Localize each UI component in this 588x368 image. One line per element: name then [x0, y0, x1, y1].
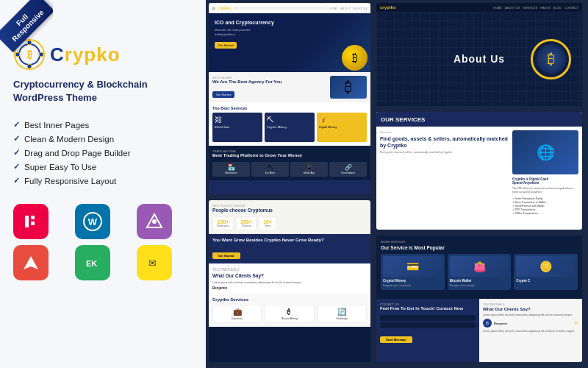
- svg-point-5: [27, 64, 32, 68]
- screenshots-grid: cryptko HOME ABOUT SERVICES ICO and Cryp…: [206, 0, 588, 368]
- avada-icon: [13, 245, 49, 280]
- services-screenshot: OUR SERVICES Services Find goods, assets…: [376, 112, 582, 230]
- about-us-title: About Us: [453, 53, 505, 65]
- mailchimp-icon: ✉: [137, 245, 172, 280]
- ss-hero: ICO and Cryptocurrency Discover our most…: [209, 13, 370, 72]
- ss-card-mining: ⛏ Cryptko Mining: [265, 113, 315, 142]
- feature-item: Best Inner Pages: [13, 118, 193, 132]
- full-responsive-badge: Full Responsive: [0, 0, 53, 52]
- svg-point-13: [152, 219, 157, 224]
- svg-text:W: W: [88, 216, 98, 227]
- feature-item: Drag and Drop Page Builder: [13, 146, 193, 160]
- left-panel: Full Responsive ₿ Crypko Cryptocurrency …: [0, 0, 206, 368]
- logo-text: Crypko: [50, 43, 121, 66]
- about-us-screenshot: cryptko HOME ABOUT US SERVICES PAGES BLO…: [376, 3, 582, 106]
- ss-nav: cryptko HOME ABOUT SERVICES: [209, 3, 370, 13]
- svg-text:EK: EK: [86, 259, 97, 268]
- second-screenshot: WHY PEOPLE CHOOSE People choose Cryptomu…: [209, 200, 370, 362]
- main-screenshot: cryptko HOME ABOUT SERVICES ICO and Cryp…: [209, 3, 370, 194]
- svg-text:✉: ✉: [148, 258, 157, 269]
- ss-card-blockchain: ⛓ BlockChain: [212, 113, 262, 142]
- right-panel: cryptko HOME ABOUT SERVICES ICO and Cryp…: [206, 0, 588, 368]
- svg-rect-8: [31, 216, 35, 219]
- feature-item: Fully Responsive Layout: [13, 174, 193, 188]
- bitcoin-circle: ₿: [531, 39, 571, 79]
- feature-item: Clean & Modern Design: [13, 132, 193, 146]
- svg-rect-7: [25, 216, 29, 227]
- right-bottom-screenshots: WORK SERVICES Our Service is Most Popula…: [376, 236, 582, 362]
- ribbon-wrapper: Full Responsive: [0, 0, 53, 53]
- ss-hero-btn: Get Started: [215, 42, 237, 49]
- ss-card-digital: 💰 Digital Money: [317, 113, 367, 142]
- svg-rect-9: [31, 222, 35, 225]
- redux-icon: [137, 204, 172, 239]
- tagline: Cryptocurrency & Blockchain WordPress Th…: [13, 78, 193, 105]
- ek-icon: EK: [75, 245, 110, 280]
- elementor-icon: [13, 204, 49, 239]
- ss-hero-title: ICO and Cryptocurrency: [215, 19, 365, 26]
- bitcoin-coin-hero: ₿: [342, 45, 368, 71]
- feature-item: Super Easy To Use: [13, 160, 193, 174]
- wordpress-icon: W: [75, 204, 110, 239]
- features-list: Best Inner Pages Clean & Modern Design D…: [13, 118, 193, 188]
- plugin-icons: W EK ✉: [13, 204, 193, 280]
